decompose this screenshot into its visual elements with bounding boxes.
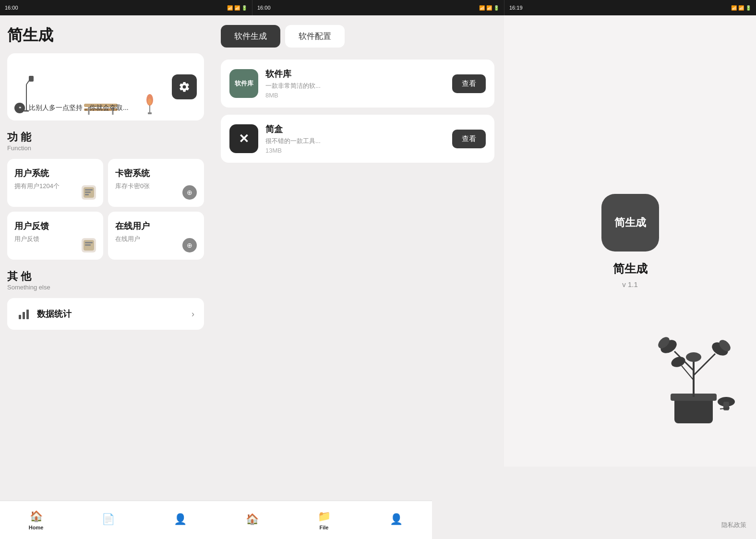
svg-point-36 xyxy=(686,352,701,362)
status-icons-1: 📶📶🔋 xyxy=(227,5,247,11)
tab-software-config[interactable]: 软件配置 xyxy=(285,25,345,48)
online-users-card[interactable]: 在线用户 在线用户 ⊕ xyxy=(108,212,204,260)
user-feedback-icon xyxy=(80,237,97,254)
svg-rect-23 xyxy=(23,312,25,319)
file-label: File xyxy=(320,525,329,530)
nav-home[interactable]: 🏠 Home xyxy=(0,501,72,539)
user-icon: 👤 xyxy=(390,513,403,526)
settings-button[interactable] xyxy=(172,74,197,99)
jianbox-card[interactable]: ✕ 简盒 很不错的一款工具... 13MB 查看 xyxy=(221,115,494,163)
nav-file[interactable]: 📁 File xyxy=(288,501,360,539)
software-library-size: 8MB xyxy=(265,92,445,99)
right-panel: 简生成 简生成 v 1.1 xyxy=(504,15,756,467)
user-system-card[interactable]: 用户系统 拥有用户1204个 xyxy=(7,159,103,207)
time-2: 16:00 xyxy=(257,5,271,11)
jianbox-icon: ✕ xyxy=(229,124,258,153)
svg-rect-24 xyxy=(26,310,29,319)
svg-rect-16 xyxy=(85,192,91,193)
banner-quote: 比别人多一点坚持，你就会夺取... xyxy=(29,104,129,112)
function-grid: 用户系统 拥有用户1204个 卡密系统 库存卡密0张 ⊕ xyxy=(7,159,204,260)
online-compass-icon: ⊕ xyxy=(182,238,197,252)
svg-rect-21 xyxy=(85,244,91,246)
function-section: 功 能 Function 用户系统 拥有用户1204个 xyxy=(7,130,204,260)
banner-text-container: ❝ 比别人多一点坚持，你就会夺取... xyxy=(14,103,129,113)
online-users-icon: ⊕ xyxy=(181,237,198,254)
tab-software-generate[interactable]: 软件生成 xyxy=(221,25,280,48)
app-version: v 1.1 xyxy=(622,280,638,288)
online-users-title: 在线用户 xyxy=(115,220,197,232)
svg-rect-38 xyxy=(723,402,729,410)
chart-bar-icon xyxy=(17,307,31,321)
home-icon: 🏠 xyxy=(30,510,43,523)
app-name-large: 简生成 xyxy=(613,261,648,276)
jianbox-info: 简盒 很不错的一款工具... 13MB xyxy=(265,123,445,154)
fire-icon xyxy=(144,89,156,116)
user-feedback-card[interactable]: 用户反馈 用户反馈 xyxy=(7,212,103,260)
profile-icon: 👤 xyxy=(174,513,187,526)
function-title-cn: 功 能 xyxy=(7,130,204,144)
home2-icon: 🏠 xyxy=(246,513,259,526)
software-library-icon: 软件库 xyxy=(229,69,258,98)
software-library-card[interactable]: 软件库 软件库 一款非常简洁的软... 8MB 查看 xyxy=(221,60,494,108)
tab-buttons: 软件生成 软件配置 xyxy=(221,25,494,48)
nav-user[interactable]: 👤 xyxy=(360,501,432,539)
jianbox-name: 简盒 xyxy=(265,123,445,135)
bottom-nav: 🏠 Home 📄 👤 🏠 📁 File 👤 xyxy=(0,501,432,539)
plant-svg xyxy=(646,323,742,428)
status-icons-2: 📶📶🔋 xyxy=(479,5,499,11)
nav-document[interactable]: 📄 xyxy=(72,501,144,539)
user-system-icon xyxy=(80,184,97,201)
jianbox-desc: 很不错的一款工具... xyxy=(265,137,445,145)
other-section: 其 他 Something else 数据统计 › xyxy=(7,269,204,330)
jianbox-size: 13MB xyxy=(265,147,445,154)
svg-rect-17 xyxy=(85,194,89,195)
middle-panel: 软件生成 软件配置 软件库 软件库 一款非常简洁的软... 8MB 查看 ✕ 简… xyxy=(211,15,504,467)
software-library-info: 软件库 一款非常简洁的软... 8MB xyxy=(265,68,445,99)
nav-profile[interactable]: 👤 xyxy=(144,501,216,539)
app-logo: 简生成 xyxy=(601,194,659,252)
svg-point-12 xyxy=(148,98,152,105)
svg-rect-15 xyxy=(85,189,93,191)
privacy-policy-link[interactable]: 隐私政策 xyxy=(721,521,746,529)
file-icon: 📁 xyxy=(318,510,331,523)
svg-rect-2 xyxy=(29,76,34,82)
card-key-icon: ⊕ xyxy=(181,184,198,201)
card-key-system-card[interactable]: 卡密系统 库存卡密0张 ⊕ xyxy=(108,159,204,207)
status-bar-2: 16:00 📶📶🔋 xyxy=(252,0,504,15)
time-1: 16:00 xyxy=(5,5,18,11)
software-library-name: 软件库 xyxy=(265,68,445,80)
svg-rect-22 xyxy=(19,315,21,319)
quote-icon: ❝ xyxy=(14,103,25,113)
banner-card: ❝ 比别人多一点坚持，你就会夺取... xyxy=(7,53,204,120)
plant-decoration xyxy=(646,323,742,428)
card-key-title: 卡密系统 xyxy=(115,168,197,179)
time-3: 16:19 xyxy=(509,5,523,11)
status-icons-3: 📶📶🔋 xyxy=(731,5,751,11)
left-panel: 简生成 ❝ 比别人多一点坚持，你就会夺取... xyxy=(0,15,211,467)
user-system-title: 用户系统 xyxy=(14,168,96,179)
home-label: Home xyxy=(29,525,44,530)
svg-point-35 xyxy=(670,355,686,369)
svg-rect-20 xyxy=(85,242,93,243)
compass-icon: ⊕ xyxy=(182,185,197,200)
software-library-view-btn[interactable]: 查看 xyxy=(452,74,486,93)
stats-arrow-icon: › xyxy=(192,309,194,319)
other-title-en: Something else xyxy=(7,284,204,291)
data-stats-label: 数据统计 xyxy=(37,308,192,320)
software-library-desc: 一款非常简洁的软... xyxy=(265,82,445,90)
function-title-en: Function xyxy=(7,144,204,152)
app-title: 简生成 xyxy=(7,25,204,46)
other-title-cn: 其 他 xyxy=(7,269,204,284)
user-feedback-title: 用户反馈 xyxy=(14,220,96,232)
data-stats-card[interactable]: 数据统计 › xyxy=(7,298,204,330)
document-icon: 📄 xyxy=(102,513,115,526)
svg-rect-25 xyxy=(674,397,713,423)
nav-home-2[interactable]: 🏠 xyxy=(216,501,288,539)
jianbox-view-btn[interactable]: 查看 xyxy=(452,130,486,148)
svg-rect-10 xyxy=(148,112,152,114)
status-bar-3: 16:19 📶📶🔋 xyxy=(504,0,756,15)
status-bar-1: 16:00 📶📶🔋 xyxy=(0,0,252,15)
